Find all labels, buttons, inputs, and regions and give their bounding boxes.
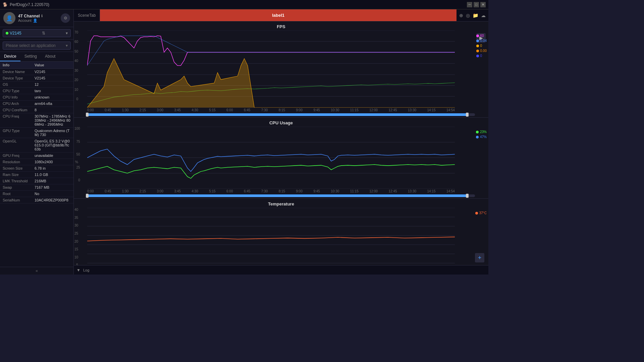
- tab-about[interactable]: About: [41, 52, 59, 61]
- fps-scrollbar-handle-right[interactable]: [466, 113, 469, 117]
- tab-device[interactable]: Device: [0, 52, 20, 61]
- legend-item: 23%: [476, 130, 487, 134]
- info-val: 10AC4R0EZP000P8: [35, 198, 71, 202]
- user-info: 4T Channel ℹ Account 👤: [18, 14, 58, 23]
- x-axis-label: 1:30: [122, 189, 128, 193]
- info-val: Qualcomm Adreno (TM) 730: [35, 129, 71, 137]
- temp-chart-svg: [87, 208, 455, 265]
- x-axis-label: 2:15: [140, 108, 146, 112]
- folder-icon[interactable]: 📁: [473, 13, 478, 18]
- info-key: Root: [3, 192, 35, 196]
- x-axis-label: 13:30: [408, 108, 416, 112]
- x-axis-label: 9:00: [296, 108, 303, 112]
- info-key: Swap: [3, 185, 35, 189]
- cpu-scrollbar-handle-right[interactable]: [466, 194, 469, 198]
- y-axis-label: 20: [74, 78, 78, 82]
- fps-legend: 600.0400.000: [476, 34, 487, 58]
- location-icon[interactable]: ⊕: [459, 13, 463, 18]
- info-key: Screen Size: [3, 166, 35, 170]
- scene-tab-label: SceneTab: [74, 9, 100, 21]
- titlebar-controls[interactable]: ─ □ ✕: [467, 2, 486, 7]
- x-axis-label: 14:15: [427, 189, 435, 193]
- y-axis-label: 70: [74, 31, 78, 34]
- x-axis-label: 3:00: [157, 189, 163, 193]
- x-axis-label: 14:54: [446, 108, 455, 112]
- info-key: OpenGL: [3, 139, 35, 151]
- x-axis-label: 3:45: [174, 189, 180, 193]
- fps-scrollbar-thumb[interactable]: [87, 113, 467, 116]
- table-row: Resolution1080x2400: [0, 159, 73, 165]
- x-axis-label: 11:15: [350, 189, 359, 193]
- legend-dot: [476, 35, 479, 37]
- close-button[interactable]: ✕: [480, 2, 486, 7]
- tab-setting[interactable]: Setting: [20, 52, 41, 61]
- legend-value: 37°C: [479, 211, 487, 215]
- settings-icon[interactable]: ⚙: [61, 13, 70, 23]
- cpu-y-axis: 0255075100: [74, 127, 80, 182]
- collapse-button[interactable]: «: [0, 267, 73, 275]
- info-key: CPU Type: [3, 89, 35, 93]
- y-axis-label: 10: [74, 88, 78, 92]
- y-axis-label: 30: [74, 224, 78, 227]
- legend-item: 0.00: [476, 49, 487, 53]
- temp-chart-title: Temperature: [74, 201, 488, 206]
- x-axis-label: 14:54: [446, 189, 455, 193]
- info-val: No: [35, 192, 71, 196]
- legend-dot: [475, 212, 478, 215]
- y-axis-label: 100: [74, 127, 80, 130]
- info-val: 8: [35, 108, 71, 112]
- x-axis-label: 7:30: [261, 108, 268, 112]
- app-title: PerfDog(v7.1.220570): [10, 2, 49, 7]
- cpu-scrollbar-handle-left[interactable]: [86, 194, 89, 198]
- legend-dot: [476, 136, 479, 138]
- device-dot: [6, 32, 8, 35]
- minimize-button[interactable]: ─: [467, 2, 472, 7]
- table-row: Ram Size11.0 GB: [0, 172, 73, 178]
- device-dropdown[interactable]: V2145 ⇅ ▾: [3, 29, 71, 37]
- log-down-icon[interactable]: ▼: [76, 268, 80, 273]
- x-axis-label: 12:00: [369, 108, 378, 112]
- cpu-scrollbar-thumb[interactable]: [87, 194, 467, 197]
- temp-y-axis: 0510152025303540: [74, 208, 78, 265]
- dropdown-arrows: ⇅: [42, 31, 45, 36]
- x-axis-label: 1:30: [122, 108, 128, 112]
- titlebar-left: 🐕 PerfDog(v7.1.220570): [3, 2, 49, 7]
- info-key: CPU Info: [3, 95, 35, 99]
- y-axis-label: 20: [74, 240, 78, 243]
- info-val: taro: [35, 89, 71, 93]
- bottom-bar: ▼ Log +: [74, 265, 488, 275]
- legend-dot: [476, 55, 479, 57]
- maximize-button[interactable]: □: [474, 2, 479, 7]
- info-val: unavailable: [35, 154, 71, 158]
- fps-scrollbar[interactable]: [87, 113, 475, 116]
- log-button[interactable]: Log: [83, 268, 89, 272]
- cpu-x-axis: 0:000:451:302:153:003:454:305:156:006:45…: [87, 189, 455, 194]
- fps-scrollbar-handle-left[interactable]: [86, 113, 89, 117]
- table-row: OS12: [0, 81, 73, 88]
- add-chart-button[interactable]: +: [475, 253, 484, 262]
- x-axis-label: 6:45: [244, 108, 250, 112]
- y-axis-label: 75: [76, 140, 80, 143]
- x-axis-label: 4:30: [192, 108, 198, 112]
- x-axis-label: 8:15: [279, 189, 285, 193]
- table-row: CPU Freq307MHz - 1785MHz 633MHz - 2496MH…: [0, 113, 73, 128]
- info-val: V2145: [35, 70, 71, 74]
- cpu-scrollbar[interactable]: [87, 194, 475, 197]
- legend-value: 0.04: [480, 39, 487, 43]
- y-axis-label: 15: [74, 247, 78, 251]
- charts-area: FPS ▶ 010203040506070: [74, 21, 488, 265]
- fps-x-axis: 0:000:451:302:153:003:454:305:156:006:45…: [87, 108, 455, 113]
- table-row: Screen Size6.78 in: [0, 165, 73, 172]
- app-dropdown[interactable]: Please select an application ▾: [3, 42, 71, 50]
- info-val: V2145: [35, 76, 71, 80]
- cloud-icon[interactable]: ☁: [481, 13, 486, 18]
- info-val: 1080x2400: [35, 160, 71, 164]
- fps-chart-svg: [87, 31, 455, 108]
- legend-value: 0: [480, 44, 482, 48]
- legend-dot: [476, 45, 479, 47]
- info-val: 307MHz - 1785MHz 633MHz - 2496MHz 806MHz…: [35, 114, 71, 126]
- user-section: 👤 4T Channel ℹ Account 👤 ⚙: [0, 9, 73, 27]
- table-row: CPU Archarm64-v8a: [0, 101, 73, 107]
- target-icon[interactable]: ◎: [466, 13, 470, 18]
- temp-chart-section: Temperature 0510152025303540: [74, 199, 488, 265]
